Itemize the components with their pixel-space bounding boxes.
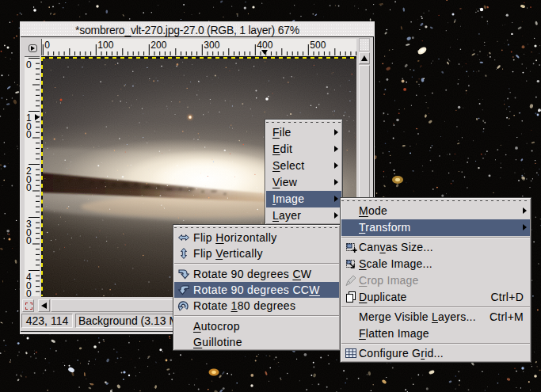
svg-text:400: 400: [257, 40, 272, 51]
svg-text:0: 0: [26, 235, 32, 246]
svg-text:100: 100: [97, 40, 113, 51]
svg-text:0: 0: [26, 59, 32, 70]
svg-text:0: 0: [44, 40, 50, 51]
svg-text:0: 0: [26, 182, 32, 193]
svg-text:0: 0: [26, 129, 32, 140]
svg-text:500: 500: [310, 40, 326, 51]
svg-text:0: 0: [26, 288, 32, 297]
svg-text:200: 200: [150, 40, 166, 51]
svg-text:300: 300: [204, 40, 219, 51]
